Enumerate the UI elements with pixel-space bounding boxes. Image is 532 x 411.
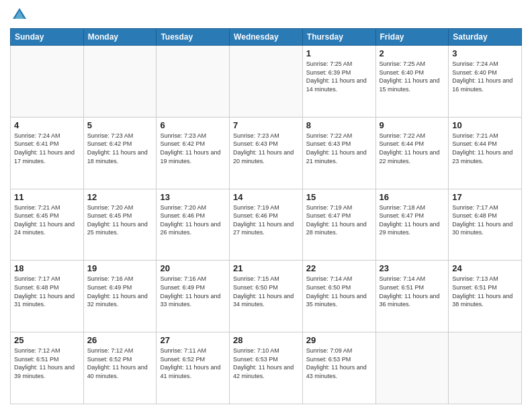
day-info: Sunrise: 7:12 AMSunset: 6:52 PMDaylight:… (87, 347, 153, 380)
table-row: 25Sunrise: 7:12 AMSunset: 6:51 PMDayligh… (11, 332, 84, 404)
logo-icon (11, 7, 28, 23)
table-row: 4Sunrise: 7:24 AMSunset: 6:41 PMDaylight… (11, 117, 84, 189)
col-tuesday: Tuesday (157, 29, 230, 46)
col-friday: Friday (375, 29, 449, 46)
table-row: 13Sunrise: 7:20 AMSunset: 6:46 PMDayligh… (157, 189, 230, 261)
table-row (375, 332, 449, 404)
table-row: 2Sunrise: 7:25 AMSunset: 6:40 PMDaylight… (375, 46, 449, 118)
day-number: 18 (14, 263, 80, 273)
day-info: Sunrise: 7:17 AMSunset: 6:48 PMDaylight:… (14, 275, 80, 308)
day-info: Sunrise: 7:20 AMSunset: 6:45 PMDaylight:… (87, 203, 153, 237)
table-row: 29Sunrise: 7:09 AMSunset: 6:53 PMDayligh… (302, 332, 375, 404)
day-info: Sunrise: 7:11 AMSunset: 6:52 PMDaylight:… (160, 347, 226, 380)
day-number: 19 (87, 263, 153, 273)
day-number: 1 (306, 48, 372, 58)
table-row: 20Sunrise: 7:16 AMSunset: 6:49 PMDayligh… (157, 261, 230, 332)
day-info: Sunrise: 7:19 AMSunset: 6:46 PMDaylight:… (233, 203, 299, 237)
week-row-0: 1Sunrise: 7:25 AMSunset: 6:39 PMDaylight… (11, 46, 522, 118)
day-info: Sunrise: 7:21 AMSunset: 6:45 PMDaylight:… (14, 203, 80, 237)
day-number: 2 (380, 48, 445, 58)
table-row: 14Sunrise: 7:19 AMSunset: 6:46 PMDayligh… (230, 189, 303, 261)
table-row: 15Sunrise: 7:19 AMSunset: 6:47 PMDayligh… (302, 189, 375, 261)
table-row: 5Sunrise: 7:23 AMSunset: 6:42 PMDaylight… (83, 117, 157, 189)
day-number: 27 (160, 335, 226, 345)
table-row: 21Sunrise: 7:15 AMSunset: 6:50 PMDayligh… (230, 261, 303, 332)
day-info: Sunrise: 7:25 AMSunset: 6:39 PMDaylight:… (306, 60, 372, 93)
col-monday: Monday (83, 29, 157, 46)
table-row (157, 46, 230, 118)
table-row (83, 46, 157, 118)
calendar-table: Sunday Monday Tuesday Wednesday Thursday… (10, 28, 522, 404)
day-info: Sunrise: 7:18 AMSunset: 6:47 PMDaylight:… (380, 203, 445, 237)
day-info: Sunrise: 7:16 AMSunset: 6:49 PMDaylight:… (160, 275, 226, 308)
table-row: 18Sunrise: 7:17 AMSunset: 6:48 PMDayligh… (11, 261, 84, 332)
day-info: Sunrise: 7:23 AMSunset: 6:42 PMDaylight:… (160, 132, 226, 165)
week-row-3: 18Sunrise: 7:17 AMSunset: 6:48 PMDayligh… (11, 261, 522, 332)
day-number: 14 (233, 192, 299, 202)
day-number: 17 (452, 192, 518, 202)
col-thursday: Thursday (302, 29, 375, 46)
day-number: 10 (452, 120, 518, 130)
day-info: Sunrise: 7:12 AMSunset: 6:51 PMDaylight:… (14, 347, 80, 380)
day-info: Sunrise: 7:21 AMSunset: 6:44 PMDaylight:… (452, 132, 518, 165)
table-row: 3Sunrise: 7:24 AMSunset: 6:40 PMDaylight… (449, 46, 522, 118)
day-info: Sunrise: 7:22 AMSunset: 6:43 PMDaylight:… (306, 132, 372, 165)
day-number: 20 (160, 263, 226, 273)
day-number: 16 (380, 192, 445, 202)
day-number: 11 (14, 192, 80, 202)
day-number: 29 (306, 335, 372, 345)
day-number: 6 (160, 120, 226, 130)
col-wednesday: Wednesday (230, 29, 303, 46)
table-row: 11Sunrise: 7:21 AMSunset: 6:45 PMDayligh… (11, 189, 84, 261)
table-row: 27Sunrise: 7:11 AMSunset: 6:52 PMDayligh… (157, 332, 230, 404)
day-info: Sunrise: 7:22 AMSunset: 6:44 PMDaylight:… (380, 132, 445, 165)
day-number: 28 (233, 335, 299, 345)
table-row: 1Sunrise: 7:25 AMSunset: 6:39 PMDaylight… (302, 46, 375, 118)
day-info: Sunrise: 7:23 AMSunset: 6:43 PMDaylight:… (233, 132, 299, 165)
day-number: 21 (233, 263, 299, 273)
day-info: Sunrise: 7:24 AMSunset: 6:40 PMDaylight:… (452, 60, 518, 93)
table-row: 24Sunrise: 7:13 AMSunset: 6:51 PMDayligh… (449, 261, 522, 332)
day-number: 7 (233, 120, 299, 130)
day-number: 13 (160, 192, 226, 202)
col-sunday: Sunday (11, 29, 84, 46)
day-info: Sunrise: 7:14 AMSunset: 6:51 PMDaylight:… (380, 275, 445, 308)
day-number: 12 (87, 192, 153, 202)
table-row: 19Sunrise: 7:16 AMSunset: 6:49 PMDayligh… (83, 261, 157, 332)
day-info: Sunrise: 7:16 AMSunset: 6:49 PMDaylight:… (87, 275, 153, 308)
day-number: 9 (380, 120, 445, 130)
table-row: 6Sunrise: 7:23 AMSunset: 6:42 PMDaylight… (157, 117, 230, 189)
table-row: 7Sunrise: 7:23 AMSunset: 6:43 PMDaylight… (230, 117, 303, 189)
week-row-1: 4Sunrise: 7:24 AMSunset: 6:41 PMDaylight… (11, 117, 522, 189)
day-info: Sunrise: 7:17 AMSunset: 6:48 PMDaylight:… (452, 203, 518, 237)
day-number: 26 (87, 335, 153, 345)
day-info: Sunrise: 7:10 AMSunset: 6:53 PMDaylight:… (233, 347, 299, 380)
table-row: 9Sunrise: 7:22 AMSunset: 6:44 PMDaylight… (375, 117, 449, 189)
day-number: 15 (306, 192, 372, 202)
table-row: 12Sunrise: 7:20 AMSunset: 6:45 PMDayligh… (83, 189, 157, 261)
table-row: 26Sunrise: 7:12 AMSunset: 6:52 PMDayligh… (83, 332, 157, 404)
day-info: Sunrise: 7:19 AMSunset: 6:47 PMDaylight:… (306, 203, 372, 237)
table-row: 28Sunrise: 7:10 AMSunset: 6:53 PMDayligh… (230, 332, 303, 404)
day-number: 3 (452, 48, 518, 58)
day-info: Sunrise: 7:15 AMSunset: 6:50 PMDaylight:… (233, 275, 299, 308)
day-info: Sunrise: 7:14 AMSunset: 6:50 PMDaylight:… (306, 275, 372, 308)
day-info: Sunrise: 7:20 AMSunset: 6:46 PMDaylight:… (160, 203, 226, 237)
table-row: 23Sunrise: 7:14 AMSunset: 6:51 PMDayligh… (375, 261, 449, 332)
week-row-2: 11Sunrise: 7:21 AMSunset: 6:45 PMDayligh… (11, 189, 522, 261)
day-info: Sunrise: 7:25 AMSunset: 6:40 PMDaylight:… (380, 60, 445, 93)
header (10, 7, 522, 23)
table-row: 16Sunrise: 7:18 AMSunset: 6:47 PMDayligh… (375, 189, 449, 261)
day-info: Sunrise: 7:24 AMSunset: 6:41 PMDaylight:… (14, 132, 80, 165)
col-saturday: Saturday (449, 29, 522, 46)
day-number: 25 (14, 335, 80, 345)
day-info: Sunrise: 7:09 AMSunset: 6:53 PMDaylight:… (306, 347, 372, 380)
table-row: 10Sunrise: 7:21 AMSunset: 6:44 PMDayligh… (449, 117, 522, 189)
table-row: 8Sunrise: 7:22 AMSunset: 6:43 PMDaylight… (302, 117, 375, 189)
day-info: Sunrise: 7:23 AMSunset: 6:42 PMDaylight:… (87, 132, 153, 165)
week-row-4: 25Sunrise: 7:12 AMSunset: 6:51 PMDayligh… (11, 332, 522, 404)
table-row: 17Sunrise: 7:17 AMSunset: 6:48 PMDayligh… (449, 189, 522, 261)
day-number: 4 (14, 120, 80, 130)
day-number: 5 (87, 120, 153, 130)
day-number: 22 (306, 263, 372, 273)
